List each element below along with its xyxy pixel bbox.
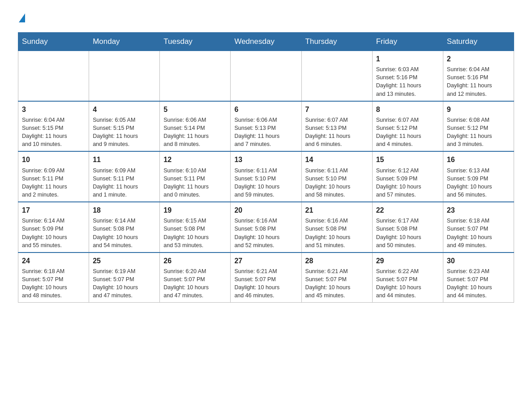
day-info: Sunset: 5:12 PM: [447, 124, 510, 132]
day-info: Sunrise: 6:16 AM: [305, 217, 369, 225]
day-info: and 52 minutes.: [234, 241, 297, 249]
day-info: Sunrise: 6:07 AM: [305, 116, 369, 124]
day-info: Sunrise: 6:20 AM: [163, 267, 227, 275]
day-info: and 59 minutes.: [234, 191, 297, 199]
day-info: Sunset: 5:15 PM: [93, 124, 156, 132]
day-info: Sunset: 5:07 PM: [163, 275, 227, 283]
header: [18, 13, 514, 23]
day-info: and 8 minutes.: [163, 140, 227, 148]
day-info: Daylight: 10 hours: [163, 283, 227, 291]
day-info: Sunset: 5:07 PM: [447, 275, 510, 283]
day-info: Sunset: 5:11 PM: [22, 175, 85, 183]
calendar-cell: 27Sunrise: 6:21 AMSunset: 5:07 PMDayligh…: [231, 253, 301, 303]
calendar-cell: 12Sunrise: 6:10 AMSunset: 5:11 PMDayligh…: [160, 151, 231, 202]
day-info: and 56 minutes.: [447, 191, 510, 199]
calendar-cell: 24Sunrise: 6:18 AMSunset: 5:07 PMDayligh…: [18, 253, 89, 303]
day-info: Daylight: 10 hours: [376, 183, 439, 191]
day-info: Sunrise: 6:06 AM: [163, 116, 227, 124]
day-info: Daylight: 10 hours: [163, 233, 227, 241]
calendar-cell: 10Sunrise: 6:09 AMSunset: 5:11 PMDayligh…: [18, 151, 89, 202]
calendar-week-row: 24Sunrise: 6:18 AMSunset: 5:07 PMDayligh…: [18, 253, 514, 303]
day-info: Daylight: 11 hours: [234, 132, 297, 140]
day-info: Sunrise: 6:05 AM: [93, 116, 156, 124]
day-info: Sunset: 5:07 PM: [447, 225, 510, 233]
weekday-header-saturday: Saturday: [443, 33, 514, 51]
calendar-table: SundayMondayTuesdayWednesdayThursdayFrid…: [18, 32, 514, 303]
calendar-cell: 9Sunrise: 6:08 AMSunset: 5:12 PMDaylight…: [443, 101, 514, 152]
day-info: Sunrise: 6:10 AM: [163, 167, 227, 175]
day-info: Sunset: 5:08 PM: [376, 225, 439, 233]
day-number: 6: [234, 104, 297, 115]
day-info: and 54 minutes.: [93, 241, 156, 249]
day-number: 8: [376, 104, 439, 115]
calendar-cell: 4Sunrise: 6:05 AMSunset: 5:15 PMDaylight…: [89, 101, 160, 152]
day-number: 29: [376, 256, 439, 266]
day-info: Sunset: 5:11 PM: [163, 175, 227, 183]
day-info: Sunset: 5:16 PM: [447, 73, 510, 81]
day-info: Sunrise: 6:21 AM: [305, 267, 369, 275]
calendar-cell: 14Sunrise: 6:11 AMSunset: 5:10 PMDayligh…: [301, 151, 372, 202]
day-info: and 50 minutes.: [376, 241, 439, 249]
day-info: and 51 minutes.: [305, 241, 369, 249]
day-info: Sunrise: 6:07 AM: [376, 116, 439, 124]
day-number: 17: [22, 205, 85, 215]
weekday-header-tuesday: Tuesday: [160, 33, 231, 51]
calendar-cell: 22Sunrise: 6:17 AMSunset: 5:08 PMDayligh…: [372, 202, 443, 253]
day-info: and 10 minutes.: [22, 140, 85, 148]
day-number: 15: [376, 154, 439, 165]
day-info: Sunrise: 6:14 AM: [93, 217, 156, 225]
calendar-cell: 29Sunrise: 6:22 AMSunset: 5:07 PMDayligh…: [372, 253, 443, 303]
day-info: Sunrise: 6:09 AM: [93, 167, 156, 175]
day-number: 10: [22, 154, 85, 165]
day-info: Sunset: 5:15 PM: [22, 124, 85, 132]
weekday-header-thursday: Thursday: [301, 33, 372, 51]
day-info: and 3 minutes.: [447, 140, 510, 148]
day-info: and 6 minutes.: [305, 140, 369, 148]
day-info: and 0 minutes.: [163, 191, 227, 199]
day-number: 26: [163, 256, 227, 266]
day-info: Daylight: 11 hours: [447, 81, 510, 90]
day-number: 12: [163, 154, 227, 165]
day-number: 7: [305, 104, 369, 115]
calendar-cell: 5Sunrise: 6:06 AMSunset: 5:14 PMDaylight…: [160, 101, 231, 152]
day-number: 27: [234, 256, 297, 266]
day-info: Daylight: 11 hours: [447, 132, 510, 140]
calendar-cell: 8Sunrise: 6:07 AMSunset: 5:12 PMDaylight…: [372, 101, 443, 152]
day-number: 11: [93, 154, 156, 165]
day-info: Sunrise: 6:06 AM: [234, 116, 297, 124]
day-info: Daylight: 11 hours: [305, 132, 369, 140]
day-info: and 55 minutes.: [22, 241, 85, 249]
logo-triangle-icon: [19, 13, 25, 22]
day-number: 18: [93, 205, 156, 215]
day-number: 13: [234, 154, 297, 165]
day-info: Sunrise: 6:11 AM: [234, 167, 297, 175]
day-info: Sunset: 5:07 PM: [22, 275, 85, 283]
day-info: Daylight: 10 hours: [447, 183, 510, 191]
day-info: and 1 minute.: [93, 191, 156, 199]
day-number: 9: [447, 104, 510, 115]
day-info: Sunset: 5:09 PM: [22, 225, 85, 233]
day-info: Daylight: 10 hours: [305, 183, 369, 191]
day-info: Daylight: 11 hours: [376, 81, 439, 90]
calendar-cell: [301, 51, 372, 101]
day-info: Sunset: 5:09 PM: [447, 175, 510, 183]
day-info: Sunrise: 6:04 AM: [447, 65, 510, 73]
day-info: Sunset: 5:08 PM: [163, 225, 227, 233]
calendar-cell: 26Sunrise: 6:20 AMSunset: 5:07 PMDayligh…: [160, 253, 231, 303]
day-info: Sunrise: 6:23 AM: [447, 267, 510, 275]
day-info: Sunset: 5:08 PM: [234, 225, 297, 233]
day-info: Daylight: 10 hours: [376, 283, 439, 291]
day-number: 5: [163, 104, 227, 115]
day-info: Daylight: 10 hours: [447, 233, 510, 241]
day-info: Daylight: 10 hours: [234, 183, 297, 191]
day-number: 21: [305, 205, 369, 215]
day-number: 20: [234, 205, 297, 215]
day-info: and 44 minutes.: [447, 291, 510, 300]
day-info: and 57 minutes.: [376, 191, 439, 199]
weekday-header-row: SundayMondayTuesdayWednesdayThursdayFrid…: [18, 33, 514, 51]
day-info: Daylight: 10 hours: [22, 283, 85, 291]
day-info: Sunset: 5:13 PM: [234, 124, 297, 132]
day-number: 2: [447, 54, 510, 64]
day-number: 1: [376, 54, 439, 64]
day-info: Daylight: 10 hours: [447, 283, 510, 291]
